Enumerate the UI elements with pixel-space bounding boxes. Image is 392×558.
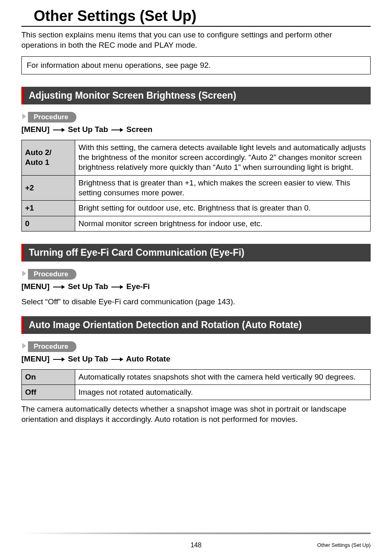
- svg-marker-5: [22, 271, 26, 276]
- procedure-row-screen: Procedure: [21, 112, 371, 123]
- rotate-after-paragraph: The camera automatically detects whether…: [21, 404, 371, 424]
- heading-screen: Adjusting Monitor Screen Brightness (Scr…: [21, 87, 371, 104]
- screen-settings-table: Auto 2/ Auto 1 With this setting, the ca…: [21, 140, 371, 232]
- menu-token: Set Up Tab: [68, 125, 108, 134]
- setting-label: On: [22, 369, 75, 384]
- menu-token: [MENU]: [21, 354, 50, 363]
- table-row: Off Images not rotated automatically.: [22, 384, 371, 400]
- table-row: +2 Brightness that is greater than +1, w…: [22, 175, 371, 201]
- arrow-right-icon: [53, 357, 65, 362]
- table-row: 0 Normal monitor screen brightness for i…: [22, 216, 371, 231]
- setting-desc: Bright setting for outdoor use, etc. Bri…: [75, 201, 371, 216]
- table-row: +1 Bright setting for outdoor use, etc. …: [22, 201, 371, 216]
- chevron-right-icon: [21, 113, 27, 122]
- eyefi-paragraph: Select “Off” to disable Eye-Fi card comm…: [21, 297, 371, 307]
- setting-label: Off: [22, 384, 75, 400]
- arrow-right-icon: [53, 285, 65, 289]
- footer-title: Other Settings (Set Up): [317, 542, 371, 548]
- svg-marker-0: [22, 113, 26, 119]
- svg-marker-7: [62, 285, 65, 289]
- arrow-right-icon: [111, 357, 123, 362]
- svg-marker-2: [62, 128, 65, 132]
- setting-desc: Automatically rotates snapshots shot wit…: [75, 369, 371, 384]
- setting-desc: Normal monitor screen brightness for ind…: [75, 216, 371, 231]
- procedure-label: Procedure: [28, 269, 76, 280]
- setting-label: +1: [22, 201, 75, 216]
- chevron-right-icon: [21, 270, 27, 279]
- setting-desc: With this setting, the camera detects av…: [75, 140, 371, 175]
- menu-path-rotate: [MENU] Set Up Tab Auto Rotate: [21, 354, 371, 364]
- arrow-right-icon: [111, 127, 123, 132]
- menu-token: [MENU]: [21, 282, 50, 291]
- arrow-right-icon: [53, 127, 65, 132]
- intro-text: This section explains menu items that yo…: [21, 30, 371, 50]
- rotate-settings-table: On Automatically rotates snapshots shot …: [21, 369, 371, 401]
- menu-target: Screen: [127, 125, 152, 134]
- setting-desc: Brightness that is greater than +1, whic…: [75, 175, 371, 201]
- procedure-label: Procedure: [28, 341, 76, 352]
- heading-rotate: Auto Image Orientation Detection and Rot…: [21, 316, 371, 334]
- menu-path-eyefi: [MENU] Set Up Tab Eye-Fi: [21, 282, 371, 291]
- setting-label: +2: [22, 175, 75, 201]
- svg-marker-12: [62, 357, 65, 361]
- menu-target: Auto Rotate: [126, 354, 171, 363]
- arrow-right-icon: [111, 285, 123, 289]
- chevron-right-icon: [21, 342, 27, 351]
- menu-token: [MENU]: [21, 125, 50, 134]
- svg-marker-9: [120, 285, 123, 289]
- menu-token: Set Up Tab: [68, 354, 108, 363]
- table-row: On Automatically rotates snapshots shot …: [22, 369, 371, 384]
- procedure-row-rotate: Procedure: [21, 341, 371, 352]
- svg-marker-4: [120, 128, 123, 132]
- heading-eyefi: Turning off Eye-Fi Card Communication (E…: [21, 244, 371, 262]
- menu-token: Set Up Tab: [68, 282, 108, 291]
- svg-marker-10: [22, 343, 26, 349]
- setting-label: Auto 2/ Auto 1: [22, 140, 75, 175]
- setting-label: 0: [22, 216, 75, 231]
- footer-divider: [21, 533, 371, 534]
- setting-desc: Images not rotated automatically.: [75, 384, 371, 400]
- svg-marker-14: [120, 357, 123, 361]
- procedure-row-eyefi: Procedure: [21, 269, 371, 280]
- table-row: Auto 2/ Auto 1 With this setting, the ca…: [22, 140, 371, 175]
- page-title: Other Settings (Set Up): [21, 7, 371, 24]
- menu-target: Eye-Fi: [127, 282, 150, 291]
- info-box: For information about menu operations, s…: [21, 56, 371, 74]
- menu-path-screen: [MENU] Set Up Tab Screen: [21, 125, 371, 134]
- procedure-label: Procedure: [28, 112, 76, 123]
